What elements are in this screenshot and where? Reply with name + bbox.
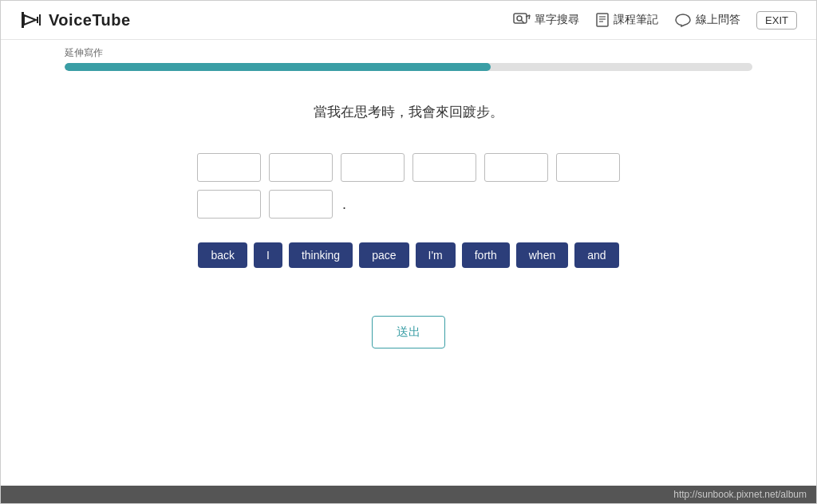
course-notes-nav[interactable]: 課程筆記 — [595, 13, 658, 27]
svg-rect-4 — [514, 14, 527, 23]
word-btn-forth[interactable]: forth — [462, 242, 510, 268]
word-btn-i[interactable]: I — [254, 242, 282, 268]
main-content: 當我在思考時，我會來回踱步。 . back I thinking pace — [1, 71, 816, 486]
progress-area: 延伸寫作 — [1, 40, 816, 71]
period: . — [342, 196, 346, 213]
word-btn-pace[interactable]: pace — [359, 242, 408, 268]
app-window: VoiceTube 單字搜尋 課程筆 — [0, 0, 817, 504]
blank-box-6[interactable] — [556, 153, 620, 182]
word-btn-when[interactable]: when — [516, 242, 568, 268]
sentence-display: 當我在思考時，我會來回踱步。 — [314, 103, 503, 121]
logo-text: VoiceTube — [49, 11, 131, 30]
blank-box-3[interactable] — [341, 153, 405, 182]
svg-rect-9 — [597, 14, 608, 26]
submit-area: 送出 — [372, 316, 445, 348]
header-nav: 單字搜尋 課程筆記 線上問答 EXIT — [513, 11, 797, 30]
header: VoiceTube 單字搜尋 課程筆 — [1, 1, 816, 40]
vocab-search-nav[interactable]: 單字搜尋 — [513, 13, 579, 27]
blanks-row-2: . — [197, 190, 346, 219]
words-area: back I thinking pace I'm forth when and — [198, 242, 618, 268]
logo-area: VoiceTube — [20, 9, 131, 31]
exit-button[interactable]: EXIT — [756, 11, 797, 30]
blank-box-2[interactable] — [269, 153, 333, 182]
word-btn-back[interactable]: back — [198, 242, 247, 268]
blank-box-7[interactable] — [197, 190, 261, 219]
chat-icon — [674, 13, 692, 27]
online-qa-label: 線上問答 — [696, 13, 740, 27]
notes-icon — [595, 13, 610, 27]
voicetube-logo-icon — [20, 9, 42, 31]
blank-box-5[interactable] — [484, 153, 548, 182]
blank-box-1[interactable] — [197, 153, 261, 182]
online-qa-nav[interactable]: 線上問答 — [674, 13, 740, 27]
progress-bar-bg — [65, 63, 752, 71]
footer-bar: http://sunbook.pixnet.net/album — [1, 486, 816, 503]
blank-box-8[interactable] — [269, 190, 333, 219]
progress-label: 延伸寫作 — [65, 46, 752, 60]
footer-url: http://sunbook.pixnet.net/album — [673, 489, 807, 500]
word-btn-thinking[interactable]: thinking — [289, 242, 353, 268]
svg-line-8 — [529, 15, 530, 19]
svg-marker-1 — [24, 15, 36, 25]
vocab-search-icon — [513, 13, 531, 27]
submit-button[interactable]: 送出 — [372, 316, 445, 348]
progress-bar-fill — [65, 63, 491, 71]
blank-box-4[interactable] — [412, 153, 476, 182]
blanks-area: . — [197, 153, 620, 219]
word-btn-im[interactable]: I'm — [416, 242, 456, 268]
blanks-row-1 — [197, 153, 620, 182]
vocab-search-label: 單字搜尋 — [535, 13, 579, 27]
word-btn-and[interactable]: and — [574, 242, 618, 268]
course-notes-label: 課程筆記 — [614, 13, 658, 27]
